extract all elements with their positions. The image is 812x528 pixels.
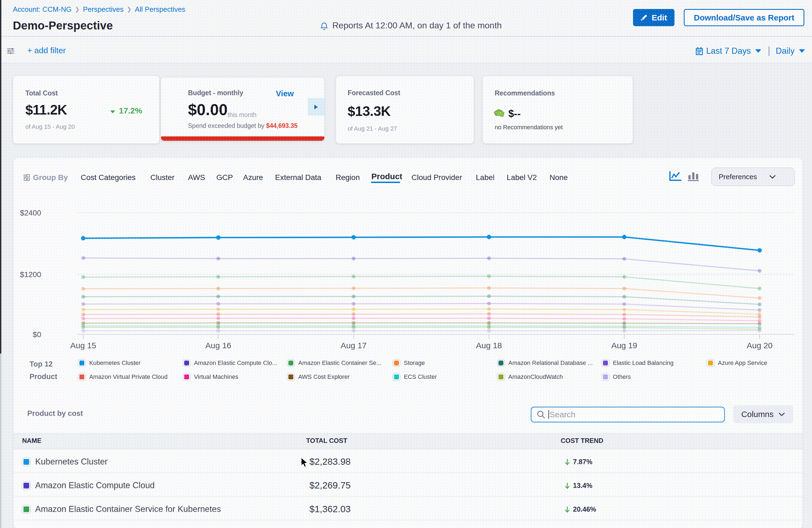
svg-text:Aug 18: Aug 18	[476, 341, 502, 350]
svg-text:Aug 16: Aug 16	[205, 341, 231, 350]
svg-text:$1200: $1200	[20, 270, 41, 279]
svg-text:$0: $0	[33, 330, 41, 339]
svg-text:Aug 19: Aug 19	[611, 341, 637, 350]
svg-text:$2400: $2400	[20, 209, 41, 217]
svg-text:Aug 15: Aug 15	[70, 341, 96, 350]
svg-text:Aug 17: Aug 17	[340, 341, 366, 350]
svg-text:Aug 20: Aug 20	[746, 341, 772, 350]
